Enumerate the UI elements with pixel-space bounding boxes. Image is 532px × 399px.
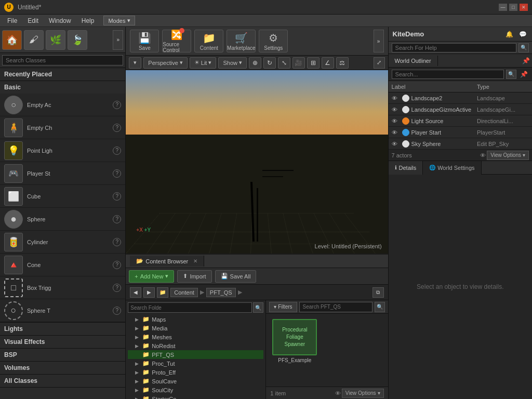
place-mode-icon[interactable]: 🏠 — [2, 30, 22, 50]
all-classes-header[interactable]: All Classes — [0, 375, 125, 387]
navigate-forward-button[interactable]: ▶ — [143, 287, 155, 298]
point-light-help-icon[interactable]: ? — [113, 147, 121, 155]
view-options-button[interactable]: View Options ▾ — [342, 389, 384, 398]
foliage-mode-icon[interactable]: 🌿 — [46, 30, 65, 50]
outliner-view-options-button[interactable]: View Options ▾ — [487, 151, 529, 160]
path-pft-qs[interactable]: PFT_QS — [206, 288, 236, 297]
maximize-button[interactable]: □ — [509, 4, 517, 11]
grid-snap-button[interactable]: ⊞ — [307, 57, 320, 69]
outliner-row-player-start[interactable]: 👁 Player Start PlayerStart — [389, 127, 532, 138]
show-button[interactable]: Show ▾ — [218, 57, 247, 69]
bsp-header[interactable]: BSP — [0, 349, 125, 361]
tree-item-soul-city[interactable]: ▶ 📁 SoulCity — [128, 385, 263, 394]
eye-icon[interactable]: 👁 — [392, 129, 400, 136]
list-item[interactable]: 🧍 Empty Ch ? — [0, 116, 125, 139]
search-help-button[interactable]: 🔍 — [518, 43, 529, 52]
add-new-button[interactable]: + Add New ▾ — [129, 270, 174, 283]
scale-snap-button[interactable]: ⚖ — [336, 57, 349, 69]
cone-help-icon[interactable]: ? — [113, 261, 121, 269]
outliner-row-gizmo[interactable]: 👁 LandscapeGizmoActive LandscapeGi... — [389, 104, 532, 115]
tree-item-media[interactable]: ▶ 📁 Media — [128, 324, 263, 332]
basic-header[interactable]: Basic — [0, 81, 125, 94]
viewport-canvas[interactable]: +X +Y Level: Untitled (Persistent) — [126, 70, 388, 254]
perspective-button[interactable]: Perspective ▾ — [143, 57, 187, 69]
kite-chat-icon[interactable]: 💬 — [517, 29, 528, 39]
outliner-search-input[interactable] — [392, 70, 504, 79]
menu-file[interactable]: File — [2, 16, 22, 25]
list-item[interactable]: 🎮 Player St ? — [0, 162, 125, 185]
eye-icon[interactable]: 👁 — [392, 107, 400, 113]
scale-gizmo-button[interactable]: ⤡ — [278, 57, 290, 69]
settings-button[interactable]: ⚙ Settings — [259, 30, 288, 52]
angle-snap-button[interactable]: ∠ — [322, 57, 334, 69]
outliner-search-button[interactable]: 🔍 — [506, 70, 516, 79]
lit-button[interactable]: ☀ Lit ▾ — [190, 57, 217, 69]
eye-icon[interactable]: 👁 — [392, 118, 400, 124]
outliner-row-landscape2[interactable]: 👁 Landscape2 Landscape — [389, 92, 532, 104]
sphere-help-icon[interactable]: ? — [113, 215, 121, 223]
viewport-options-button[interactable]: ▾ — [129, 57, 141, 69]
visual-effects-header[interactable]: Visual Effects — [0, 336, 125, 348]
close-button[interactable]: ✕ — [520, 4, 528, 11]
menu-help[interactable]: Help — [76, 16, 100, 25]
list-item[interactable]: □ Box Trigg ? — [0, 276, 125, 299]
list-item[interactable]: ● Sphere ? — [0, 208, 125, 231]
import-button[interactable]: ⬆ Import — [177, 270, 211, 283]
folder-search-input[interactable] — [128, 302, 252, 313]
menu-edit[interactable]: Edit — [22, 16, 44, 25]
folder-search-button[interactable]: 🔍 — [253, 302, 263, 313]
sphere-trigger-help-icon[interactable]: ? — [113, 307, 121, 315]
recently-placed-header[interactable]: Recently Placed — [0, 68, 125, 81]
outliner-pin-button[interactable]: 📌 — [520, 55, 532, 67]
cube-help-icon[interactable]: ? — [113, 192, 121, 201]
kite-bell-icon[interactable]: 🔔 — [504, 29, 514, 39]
world-outliner-tab[interactable]: World Outliner — [389, 56, 438, 66]
search-classes-input[interactable] — [2, 55, 123, 65]
menu-window[interactable]: Window — [44, 16, 76, 25]
asset-search-input[interactable] — [299, 302, 373, 312]
list-item[interactable]: ⬜ Cube ? — [0, 185, 125, 208]
asset-search-button[interactable]: 🔍 — [375, 302, 385, 312]
search-help-input[interactable] — [392, 43, 516, 52]
viewport-expand-button[interactable]: ⤢ — [374, 57, 385, 69]
tree-item-proc-tut[interactable]: ▶ 📁 Proc_Tut — [128, 359, 263, 368]
filters-button[interactable]: ▾ Filters — [269, 302, 297, 312]
details-tab[interactable]: ℹ Details — [389, 161, 423, 175]
landscape-mode-icon[interactable]: 🍃 — [68, 30, 87, 50]
outliner-row-light-source[interactable]: 👁 Light Source DirectionalLi... — [389, 115, 532, 127]
volumes-header[interactable]: Volumes — [0, 362, 125, 374]
asset-item-pfs-example[interactable]: ProceduralFoliageSpawner PFS_Example — [271, 319, 318, 363]
tree-item-starter-co[interactable]: ▶ 📁 StarterCo — [128, 394, 263, 399]
tree-item-noredist[interactable]: ▶ 📁 NoRedist — [128, 341, 263, 350]
player-start-help-icon[interactable]: ? — [113, 169, 121, 178]
source-control-button[interactable]: 🔀 Source Control — [162, 30, 191, 52]
camera-speed-button[interactable]: 🎥 — [292, 57, 305, 69]
box-trigger-help-icon[interactable]: ? — [113, 284, 121, 292]
lights-header[interactable]: Lights — [0, 323, 125, 335]
content-browser-tab[interactable]: 📂 Content Browser ✕ — [130, 256, 204, 267]
path-content[interactable]: Content — [170, 288, 198, 297]
tree-item-maps[interactable]: ▶ 📁 Maps — [128, 315, 263, 324]
minimize-button[interactable]: — — [499, 4, 507, 11]
empty-actor-help-icon[interactable]: ? — [113, 101, 121, 109]
content-browser-close-icon[interactable]: ✕ — [193, 258, 197, 264]
navigate-folder-button[interactable]: 📁 — [157, 287, 168, 298]
eye-icon[interactable]: 👁 — [392, 95, 400, 101]
paint-mode-icon[interactable]: 🖌 — [24, 30, 44, 50]
content-button[interactable]: 📁 Content — [194, 30, 223, 52]
eye-icon[interactable]: 👁 — [392, 141, 400, 147]
list-item[interactable]: 🔺 Cone ? — [0, 254, 125, 276]
world-settings-tab[interactable]: 🌐 World Settings — [423, 161, 481, 175]
cylinder-help-icon[interactable]: ? — [113, 238, 121, 246]
marketplace-button[interactable]: 🛒 Marketplace — [227, 30, 256, 52]
toolbar-more-button[interactable]: » — [374, 30, 384, 52]
list-item[interactable]: 🥫 Cylinder ? — [0, 231, 125, 254]
list-item[interactable]: ○ Empty Ac ? — [0, 94, 125, 116]
list-item[interactable]: ○ Sphere T ? — [0, 299, 125, 322]
save-all-button[interactable]: 💾 Save All — [215, 270, 257, 283]
tree-item-proto-eff[interactable]: ▶ 📁 Proto_Eff — [128, 368, 263, 377]
modes-button[interactable]: Modes ▾ — [103, 16, 135, 25]
navigate-back-button[interactable]: ◀ — [130, 287, 141, 298]
tree-item-pft-qs[interactable]: 📁 PFT_QS — [128, 350, 263, 359]
left-toolbar-more-button[interactable]: » — [113, 30, 123, 50]
